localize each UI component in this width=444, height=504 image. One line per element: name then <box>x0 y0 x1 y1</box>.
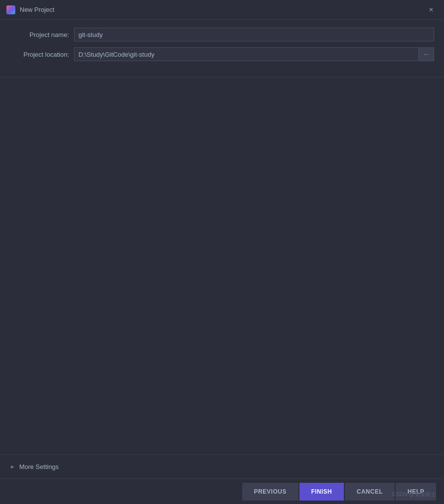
new-project-dialog: New Project × Project name: Project loca… <box>0 0 444 504</box>
app-icon <box>6 5 16 15</box>
separator-top <box>0 77 444 77</box>
watermark: CSDN @鬼鬼骑士 <box>392 491 436 498</box>
project-name-label: Project name: <box>10 31 74 38</box>
project-location-row: Project location: ··· <box>10 47 434 61</box>
chevron-right-icon: ► <box>10 464 15 469</box>
app-icon-inner <box>6 5 15 14</box>
close-button[interactable]: × <box>424 3 438 17</box>
project-location-input[interactable] <box>74 47 418 61</box>
browse-button[interactable]: ··· <box>418 47 434 61</box>
project-location-input-group: ··· <box>74 47 434 61</box>
form-area: Project name: Project location: ··· <box>0 20 444 75</box>
dialog-title: New Project <box>20 6 54 13</box>
finish-button[interactable]: FINISH <box>299 483 344 501</box>
more-settings-row[interactable]: ► More Settings <box>0 455 444 478</box>
title-bar: New Project × <box>0 0 444 20</box>
cancel-button[interactable]: CANCEL <box>345 483 395 501</box>
project-name-row: Project name: <box>10 28 434 41</box>
title-bar-left: New Project <box>6 5 54 15</box>
project-name-input[interactable] <box>74 28 434 41</box>
previous-button[interactable]: PREVIOUS <box>242 483 298 501</box>
bottom-area: ► More Settings PREVIOUS FINISH CANCEL H… <box>0 454 444 504</box>
more-settings-label: More Settings <box>19 463 59 470</box>
button-bar: PREVIOUS FINISH CANCEL HELP <box>0 478 444 504</box>
project-location-label: Project location: <box>10 51 74 58</box>
content-area <box>0 79 444 454</box>
